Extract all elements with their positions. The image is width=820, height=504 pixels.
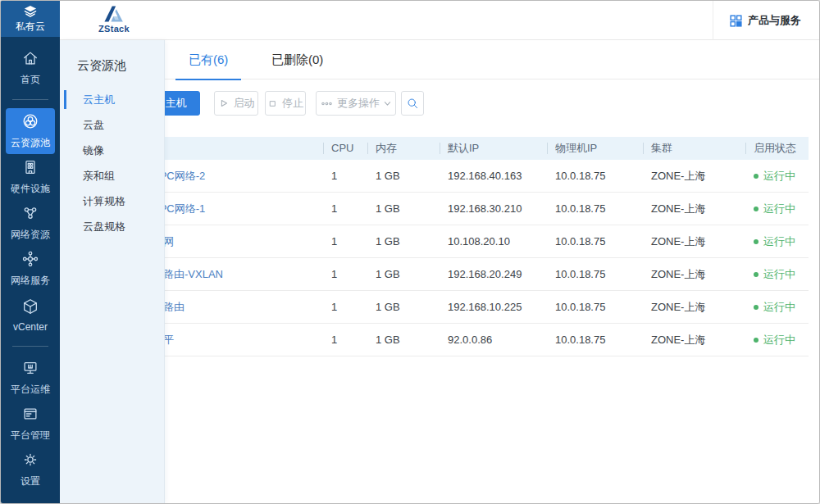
cell-memory: 1 GB [367, 235, 440, 247]
cloud-pool-icon [21, 112, 39, 133]
cell-cluster: ZONE-上海 [643, 169, 745, 184]
sidebar-item-gear[interactable]: 设置 [6, 447, 55, 493]
sidebar-item-ops-monitor[interactable]: 平台运维 [6, 355, 55, 401]
cell-cpu: 1 [323, 202, 367, 215]
sidebar-item-label: 首页 [20, 73, 40, 87]
cell-memory: 1 GB [367, 334, 440, 346]
cell-default_ip: 192.168.30.210 [440, 202, 547, 215]
products-services-label: 产品与服务 [748, 13, 801, 28]
cell-cpu: 1 [323, 268, 367, 280]
sidebar-item-home[interactable]: 首页 [6, 45, 55, 91]
zstack-console-window: ZStack 产品与服务 已有(6)已删除(0) 创建云主机 启动 [0, 0, 820, 504]
zstack-logo-icon [103, 4, 125, 24]
status-badge: 运行中 [745, 300, 809, 315]
cell-memory: 1 GB [367, 170, 440, 182]
column-header-4: 物理机IP [547, 137, 643, 160]
cell-host_ip: 10.0.18.75 [547, 301, 643, 313]
cell-memory: 1 GB [367, 268, 440, 280]
cell-default_ip: 92.0.0.86 [440, 334, 547, 346]
search-button[interactable] [401, 91, 424, 116]
products-services-button[interactable]: 产品与服务 [713, 1, 819, 40]
play-icon [218, 98, 230, 109]
zstack-logo[interactable]: ZStack [88, 4, 140, 34]
status-text: 运行中 [763, 234, 795, 249]
column-header-5: 集群 [643, 137, 745, 160]
cell-host_ip: 10.0.18.75 [547, 170, 643, 182]
table-row: 公网11 GB10.108.20.1010.0.18.75ZONE-上海运行中 [124, 225, 809, 258]
start-button[interactable]: 启动 [214, 91, 258, 116]
resource-pool-flyout: 云资源池 云主机云盘镜像亲和组计算规格云盘规格 [60, 40, 165, 503]
sidebar-item-label: 设置 [20, 474, 40, 488]
more-dots-icon [321, 98, 333, 110]
sidebar-item-hardware[interactable]: 硬件设施 [6, 154, 55, 200]
sidebar-item-network-resource[interactable]: 网络资源 [6, 200, 55, 246]
cell-memory: 1 GB [367, 301, 440, 313]
sidebar-item-label: vCenter [13, 321, 48, 333]
flyout-menu: 云主机云盘镜像亲和组计算规格云盘规格 [60, 87, 164, 239]
tab-bar: 已有(6)已删除(0) [60, 40, 819, 79]
flyout-title: 云资源池 [77, 58, 164, 74]
primary-sidebar: 私有云 首页云资源池硬件设施网络资源网络服务vCenter平台运维平台管理设置 [1, 1, 60, 503]
sidebar-item-platform-management[interactable]: 平台管理 [6, 401, 55, 447]
submenu-item-5[interactable]: 云盘规格 [60, 214, 164, 239]
sidebar-item-label: 网络资源 [11, 228, 50, 242]
cell-cluster: ZONE-上海 [643, 267, 745, 282]
toolbar: 创建云主机 启动 停止 更多操作 [60, 79, 819, 137]
status-dot-icon [754, 338, 758, 343]
sidebar-item-cloud-pool[interactable]: 云资源池 [6, 108, 55, 154]
private-cloud-switcher[interactable]: 私有云 [1, 1, 60, 37]
status-dot-icon [754, 305, 758, 310]
submenu-item-0[interactable]: 云主机 [60, 87, 164, 112]
more-actions-button[interactable]: 更多操作 [316, 91, 396, 116]
cell-default_ip: 192.168.10.225 [440, 301, 547, 313]
stop-button[interactable]: 停止 [265, 91, 306, 116]
status-dot-icon [754, 207, 758, 211]
more-actions-label: 更多操作 [337, 96, 380, 111]
network-service-icon [21, 250, 39, 270]
cell-default_ip: 192.168.40.163 [440, 170, 547, 182]
column-header-1: CPU [323, 137, 367, 160]
status-badge: 运行中 [745, 169, 809, 184]
status-text: 运行中 [763, 169, 795, 184]
table-header-row: CPU内存默认IP物理机IP集群启用状态 [124, 137, 809, 160]
sidebar-item-label: 平台运维 [11, 383, 50, 397]
tab-existing[interactable]: 已有(6) [175, 40, 241, 79]
ops-monitor-icon [21, 359, 39, 379]
table-row: 云路由-VXLAN11 GB192.168.20.24910.0.18.75ZO… [124, 258, 809, 291]
status-badge: 运行中 [745, 267, 809, 282]
submenu-item-4[interactable]: 计算规格 [60, 188, 164, 214]
sidebar-item-label: 硬件设施 [11, 182, 50, 196]
sidebar-divider [12, 99, 48, 100]
status-text: 运行中 [763, 333, 795, 347]
cell-default_ip: 192.168.20.249 [440, 268, 547, 280]
submenu-item-3[interactable]: 亲和组 [60, 163, 164, 188]
cell-host_ip: 10.0.18.75 [547, 268, 643, 280]
cell-cpu: 1 [323, 334, 367, 346]
submenu-item-1[interactable]: 云盘 [60, 112, 164, 138]
cell-cpu: 1 [323, 301, 367, 313]
cell-cluster: ZONE-上海 [643, 333, 745, 347]
column-header-6: 启用状态 [745, 137, 809, 160]
hardware-icon [21, 158, 39, 179]
sidebar-item-network-service[interactable]: 网络服务 [6, 246, 55, 292]
cell-cpu: 1 [323, 170, 367, 182]
sidebar-item-vcenter[interactable]: vCenter [6, 292, 55, 338]
table-row: VPC网络-111 GB192.168.30.21010.0.18.75ZONE… [124, 193, 809, 225]
table-row: VPC网络-211 GB192.168.40.16310.0.18.75ZONE… [124, 160, 809, 193]
vm-table: CPU内存默认IP物理机IP集群启用状态 VPC网络-211 GB192.168… [124, 137, 809, 356]
stop-icon [267, 98, 278, 109]
status-text: 运行中 [763, 267, 795, 282]
submenu-item-2[interactable]: 镜像 [60, 138, 164, 163]
cell-host_ip: 10.0.18.75 [547, 202, 643, 215]
tab-deleted[interactable]: 已删除(0) [258, 40, 336, 79]
stop-label: 停止 [282, 96, 303, 111]
column-header-3: 默认IP [440, 137, 547, 160]
cell-cluster: ZONE-上海 [643, 202, 745, 216]
sidebar-item-label: 平台管理 [11, 429, 50, 443]
table-row: 云路由11 GB192.168.10.22510.0.18.75ZONE-上海运… [124, 291, 809, 324]
network-resource-icon [21, 204, 39, 225]
status-badge: 运行中 [745, 234, 809, 249]
column-header-2: 内存 [367, 137, 440, 160]
status-dot-icon [754, 239, 758, 244]
status-text: 运行中 [763, 202, 795, 216]
